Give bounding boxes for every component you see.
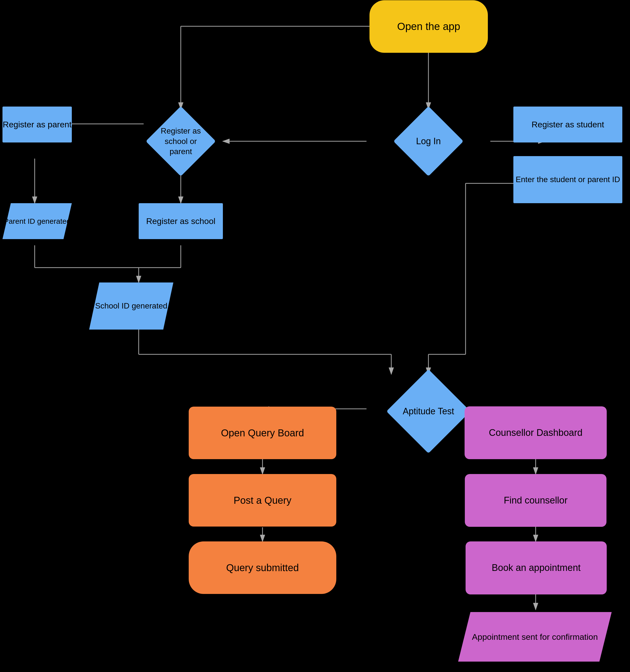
school-id-node: School ID generated [89,283,173,330]
post-query-node: Post a Query [189,474,336,527]
flowchart: Open the app Log In Register as school o… [0,0,630,672]
find-counsellor-node: Find counsellor [465,474,606,527]
counsellor-dashboard-node: Counsellor Dashboard [464,406,607,459]
enter-id-node: Enter the student or parent ID [513,156,622,203]
open-query-board-node: Open Query Board [189,407,336,459]
appointment-confirmation-node: Appointment sent for confirmation [458,612,612,662]
register-parent-node: Register as parent [2,106,72,142]
register-school-parent-diamond: Register as school or parent [139,109,223,173]
register-student-node: Register as student [513,106,622,142]
login-diamond: Log In [386,109,471,173]
open-app-node: Open the app [370,0,488,53]
query-submitted-node: Query submitted [189,542,336,594]
parent-id-node: Parent ID generated [2,203,72,239]
book-appointment-node: Book an appointment [465,542,607,595]
register-school-node: Register as school [139,203,223,239]
